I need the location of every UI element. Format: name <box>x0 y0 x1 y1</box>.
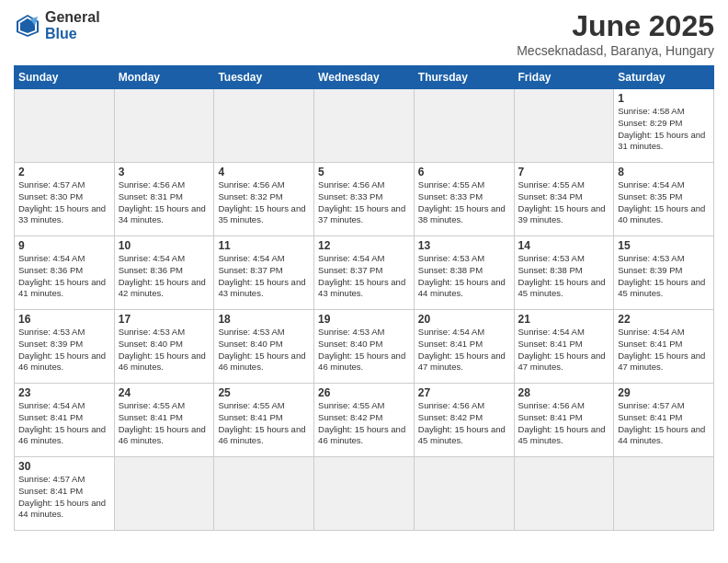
day-info: Sunrise: 4:53 AMSunset: 8:38 PMDaylight:… <box>518 253 610 300</box>
day-info: Sunrise: 4:56 AMSunset: 8:31 PMDaylight:… <box>119 179 210 226</box>
calendar-row: 23Sunrise: 4:54 AMSunset: 8:41 PMDayligh… <box>15 384 714 457</box>
sunrise-text: Sunrise: 4:56 AM <box>518 400 585 410</box>
sunrise-text: Sunrise: 4:54 AM <box>418 327 484 337</box>
table-row <box>314 89 415 163</box>
daylight-text: Daylight: 15 hours and 41 minutes. <box>18 277 106 299</box>
page: General Blue June 2025 Mecseknadasd, Bar… <box>0 0 728 563</box>
calendar-row: 30Sunrise: 4:57 AMSunset: 8:41 PMDayligh… <box>15 457 714 531</box>
daylight-text: Daylight: 15 hours and 46 minutes. <box>119 350 206 373</box>
sunrise-text: Sunrise: 4:56 AM <box>218 179 284 190</box>
sunrise-text: Sunrise: 4:54 AM <box>18 253 85 263</box>
sunset-text: Sunset: 8:36 PM <box>18 265 83 275</box>
day-number: 9 <box>18 239 110 252</box>
sunrise-text: Sunrise: 4:53 AM <box>18 327 85 337</box>
sunset-text: Sunset: 8:31 PM <box>119 191 183 201</box>
sunset-text: Sunset: 8:38 PM <box>518 265 583 275</box>
day-number: 19 <box>318 313 410 326</box>
table-row: 2Sunrise: 4:57 AMSunset: 8:30 PMDaylight… <box>15 163 115 236</box>
sunrise-text: Sunrise: 4:56 AM <box>418 400 484 410</box>
day-number: 16 <box>18 313 110 326</box>
table-row: 10Sunrise: 4:54 AMSunset: 8:36 PMDayligh… <box>114 236 214 310</box>
sunrise-text: Sunrise: 4:58 AM <box>618 106 684 116</box>
daylight-text: Daylight: 15 hours and 42 minutes. <box>119 277 206 299</box>
day-number: 25 <box>218 386 310 399</box>
table-row: 27Sunrise: 4:56 AMSunset: 8:42 PMDayligh… <box>414 384 514 457</box>
sunrise-text: Sunrise: 4:55 AM <box>218 400 284 410</box>
table-row: 3Sunrise: 4:56 AMSunset: 8:31 PMDaylight… <box>114 163 214 236</box>
sunset-text: Sunset: 8:41 PM <box>618 339 682 349</box>
daylight-text: Daylight: 15 hours and 38 minutes. <box>418 203 506 225</box>
table-row: 17Sunrise: 4:53 AMSunset: 8:40 PMDayligh… <box>114 310 214 384</box>
daylight-text: Daylight: 15 hours and 47 minutes. <box>618 350 705 373</box>
sunrise-text: Sunrise: 4:54 AM <box>618 179 684 190</box>
header: General Blue June 2025 Mecseknadasd, Bar… <box>14 9 714 58</box>
daylight-text: Daylight: 15 hours and 37 minutes. <box>318 203 405 225</box>
table-row <box>414 89 514 163</box>
daylight-text: Daylight: 15 hours and 46 minutes. <box>218 350 305 373</box>
table-row: 12Sunrise: 4:54 AMSunset: 8:37 PMDayligh… <box>314 236 415 310</box>
sunrise-text: Sunrise: 4:54 AM <box>218 253 284 263</box>
daylight-text: Daylight: 15 hours and 43 minutes. <box>318 277 405 299</box>
day-info: Sunrise: 4:58 AMSunset: 8:29 PMDaylight:… <box>618 106 710 153</box>
day-info: Sunrise: 4:53 AMSunset: 8:40 PMDaylight:… <box>218 327 310 373</box>
table-row <box>214 457 314 531</box>
table-row: 16Sunrise: 4:53 AMSunset: 8:39 PMDayligh… <box>15 310 115 384</box>
calendar-row: 1Sunrise: 4:58 AMSunset: 8:29 PMDaylight… <box>15 89 714 163</box>
day-info: Sunrise: 4:54 AMSunset: 8:41 PMDaylight:… <box>518 327 610 373</box>
sunset-text: Sunset: 8:41 PM <box>618 412 682 422</box>
sunrise-text: Sunrise: 4:55 AM <box>119 400 185 410</box>
calendar-table: Sunday Monday Tuesday Wednesday Thursday… <box>14 65 714 531</box>
day-info: Sunrise: 4:54 AMSunset: 8:36 PMDaylight:… <box>119 253 210 300</box>
day-info: Sunrise: 4:56 AMSunset: 8:33 PMDaylight:… <box>318 179 410 226</box>
sunset-text: Sunset: 8:40 PM <box>318 339 382 349</box>
daylight-text: Daylight: 15 hours and 47 minutes. <box>518 350 606 373</box>
day-number: 11 <box>218 239 310 252</box>
header-wednesday: Wednesday <box>314 66 415 89</box>
table-row <box>114 89 214 163</box>
sunset-text: Sunset: 8:35 PM <box>618 191 682 201</box>
daylight-text: Daylight: 15 hours and 35 minutes. <box>218 203 305 225</box>
daylight-text: Daylight: 15 hours and 31 minutes. <box>618 130 705 152</box>
day-number: 7 <box>518 166 610 178</box>
sunrise-text: Sunrise: 4:54 AM <box>618 327 684 337</box>
day-info: Sunrise: 4:55 AMSunset: 8:41 PMDaylight:… <box>119 400 210 447</box>
day-info: Sunrise: 4:55 AMSunset: 8:33 PMDaylight:… <box>418 179 510 226</box>
sunset-text: Sunset: 8:42 PM <box>418 412 483 422</box>
table-row: 14Sunrise: 4:53 AMSunset: 8:38 PMDayligh… <box>514 236 614 310</box>
sunset-text: Sunset: 8:29 PM <box>618 118 682 128</box>
sunrise-text: Sunrise: 4:53 AM <box>618 253 684 263</box>
day-info: Sunrise: 4:53 AMSunset: 8:38 PMDaylight:… <box>418 253 510 300</box>
sunset-text: Sunset: 8:41 PM <box>518 412 583 422</box>
sunset-text: Sunset: 8:41 PM <box>418 339 483 349</box>
day-number: 2 <box>18 166 110 178</box>
logo: General Blue <box>14 9 100 41</box>
day-number: 8 <box>618 166 710 178</box>
day-info: Sunrise: 4:54 AMSunset: 8:36 PMDaylight:… <box>18 253 110 300</box>
header-monday: Monday <box>114 66 214 89</box>
day-number: 27 <box>418 386 510 399</box>
day-number: 18 <box>218 313 310 326</box>
logo-text: General Blue <box>45 9 100 41</box>
daylight-text: Daylight: 15 hours and 44 minutes. <box>618 424 705 446</box>
day-number: 22 <box>618 313 710 326</box>
sunset-text: Sunset: 8:39 PM <box>18 339 83 349</box>
day-info: Sunrise: 4:54 AMSunset: 8:37 PMDaylight:… <box>318 253 410 300</box>
table-row: 19Sunrise: 4:53 AMSunset: 8:40 PMDayligh… <box>314 310 415 384</box>
daylight-text: Daylight: 15 hours and 45 minutes. <box>518 277 606 299</box>
daylight-text: Daylight: 15 hours and 34 minutes. <box>119 203 206 225</box>
day-info: Sunrise: 4:54 AMSunset: 8:41 PMDaylight:… <box>18 400 110 447</box>
day-number: 5 <box>318 166 410 178</box>
day-number: 26 <box>318 386 410 399</box>
header-tuesday: Tuesday <box>214 66 314 89</box>
day-info: Sunrise: 4:57 AMSunset: 8:30 PMDaylight:… <box>18 179 110 226</box>
sunset-text: Sunset: 8:36 PM <box>119 265 183 275</box>
day-number: 17 <box>119 313 210 326</box>
table-row: 22Sunrise: 4:54 AMSunset: 8:41 PMDayligh… <box>614 310 714 384</box>
table-row: 13Sunrise: 4:53 AMSunset: 8:38 PMDayligh… <box>414 236 514 310</box>
header-sunday: Sunday <box>15 66 115 89</box>
sunrise-text: Sunrise: 4:56 AM <box>318 179 384 190</box>
day-info: Sunrise: 4:54 AMSunset: 8:37 PMDaylight:… <box>218 253 310 300</box>
table-row: 4Sunrise: 4:56 AMSunset: 8:32 PMDaylight… <box>214 163 314 236</box>
table-row <box>514 89 614 163</box>
day-number: 24 <box>119 386 210 399</box>
